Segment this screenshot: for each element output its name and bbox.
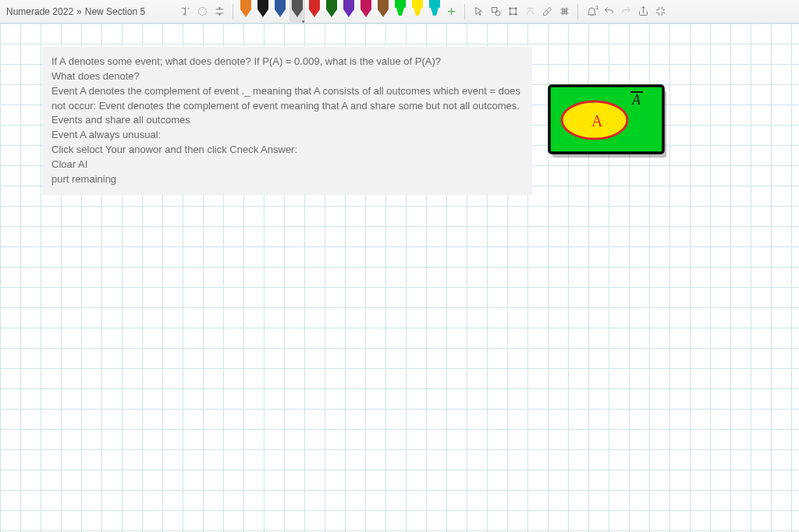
breadcrumb-section[interactable]: New Section 5 xyxy=(85,6,145,17)
ink-to-shape-icon[interactable] xyxy=(521,3,538,20)
pen-2c5aa0[interactable] xyxy=(272,0,288,23)
breadcrumb-separator: » xyxy=(76,6,82,17)
text-line: purt remaining xyxy=(51,172,523,187)
separator xyxy=(233,4,233,20)
pen-1a1a1a[interactable] xyxy=(255,0,271,23)
pen-8a5a2b[interactable] xyxy=(375,0,391,23)
toolbar: Numerade 2022 » New Section 5 ▾ 1 xyxy=(0,0,799,23)
text-line: What does denote? xyxy=(51,69,523,84)
notifications-icon[interactable]: 1 xyxy=(583,3,600,20)
label-a: A xyxy=(591,112,603,129)
text-line: Event A denotes the complement of event … xyxy=(51,84,523,129)
text-line: Click seloct Your anowor and then click … xyxy=(51,143,523,158)
undo-icon[interactable] xyxy=(600,3,617,20)
pen-strip: ▾ xyxy=(238,0,442,23)
svg-point-6 xyxy=(509,13,510,15)
text-line: Cloar AI xyxy=(51,158,523,172)
svg-rect-3 xyxy=(510,9,516,15)
separator xyxy=(464,4,465,20)
svg-point-4 xyxy=(509,8,510,9)
chevron-down-icon[interactable]: ▾ xyxy=(300,19,307,23)
text-tool-icon[interactable] xyxy=(176,3,194,20)
pen-e67e22[interactable] xyxy=(238,0,254,23)
redo-icon[interactable] xyxy=(617,3,634,20)
add-pen-icon[interactable] xyxy=(442,3,460,20)
insert-space-icon[interactable] xyxy=(211,3,228,20)
pen-c2185b[interactable] xyxy=(358,0,374,23)
fullscreen-collapse-icon[interactable] xyxy=(652,3,669,20)
separator xyxy=(577,4,578,20)
transform-tool-icon[interactable] xyxy=(504,3,521,20)
label-a-complement: A xyxy=(631,92,641,108)
ruler-icon[interactable] xyxy=(556,3,573,20)
pen-1a6b1a[interactable] xyxy=(324,0,339,23)
breadcrumb-project[interactable]: Numerade 2022 xyxy=(6,6,73,17)
pen-d62828[interactable] xyxy=(307,0,322,23)
notification-badge: 1 xyxy=(595,5,598,10)
shapes-tool-icon[interactable] xyxy=(487,3,504,20)
highlighter-ffe600[interactable] xyxy=(410,0,425,23)
svg-point-7 xyxy=(515,13,517,15)
svg-point-5 xyxy=(515,8,517,9)
highlighter-00d020[interactable] xyxy=(392,0,408,23)
pen-555555[interactable]: ▾ xyxy=(289,0,305,23)
canvas[interactable]: If A denotes some event; what does denot… xyxy=(0,23,799,532)
highlighter-00c0c0[interactable] xyxy=(427,0,442,23)
text-line: If A denotes some event; what does denot… xyxy=(51,55,523,69)
svg-point-2 xyxy=(495,11,500,16)
lasso-tool-icon[interactable] xyxy=(194,3,211,20)
question-text-box[interactable]: If A denotes some event; what does denot… xyxy=(42,47,532,195)
share-icon[interactable] xyxy=(634,3,652,20)
svg-point-0 xyxy=(198,8,206,16)
breadcrumb: Numerade 2022 » New Section 5 xyxy=(6,6,145,17)
pointer-tool-icon[interactable] xyxy=(470,3,487,20)
text-line: Event A always unusual: xyxy=(51,128,523,143)
eraser-icon[interactable] xyxy=(538,3,556,20)
venn-diagram-drawing: A A xyxy=(546,83,671,161)
pen-6b2fb8[interactable] xyxy=(341,0,357,23)
